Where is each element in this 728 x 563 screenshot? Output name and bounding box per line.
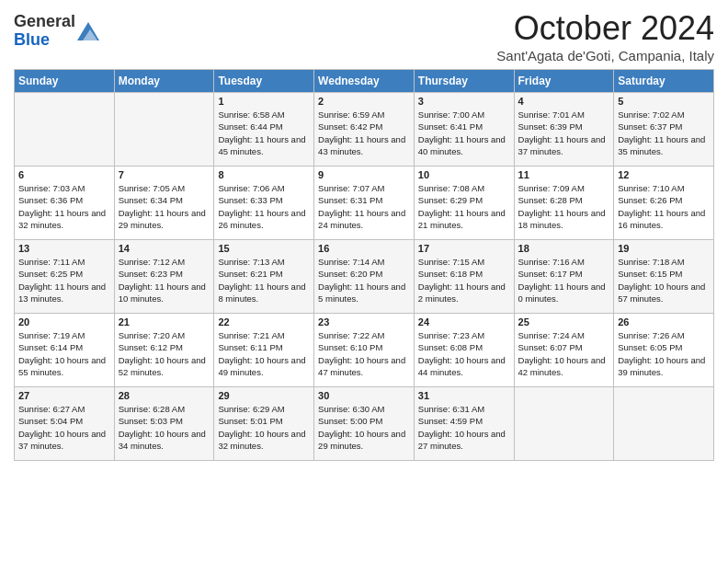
day-number: 4 [518,96,610,107]
weekday-header-row: SundayMondayTuesdayWednesdayThursdayFrid… [15,70,714,93]
calendar-cell: 6Sunrise: 7:03 AM Sunset: 6:36 PM Daylig… [15,167,115,240]
title-block: October 2024 Sant'Agata de'Goti, Campani… [496,9,714,63]
day-number: 2 [318,96,410,107]
calendar-cell: 8Sunrise: 7:06 AM Sunset: 6:33 PM Daylig… [214,167,314,240]
day-detail: Sunrise: 7:07 AM Sunset: 6:31 PM Dayligh… [318,182,410,231]
weekday-header-monday: Monday [114,70,214,93]
day-number: 19 [618,243,710,254]
day-detail: Sunrise: 7:16 AM Sunset: 6:17 PM Dayligh… [518,256,610,304]
calendar-cell: 7Sunrise: 7:05 AM Sunset: 6:34 PM Daylig… [114,167,214,240]
logo-text: General Blue [14,13,75,50]
day-detail: Sunrise: 7:22 AM Sunset: 6:10 PM Dayligh… [318,329,410,378]
day-number: 8 [218,169,310,180]
day-number: 3 [418,96,510,107]
calendar-cell: 30Sunrise: 6:30 AM Sunset: 5:00 PM Dayli… [314,387,415,461]
logo-general: General [14,12,75,30]
day-number: 27 [18,390,110,401]
day-detail: Sunrise: 6:27 AM Sunset: 5:04 PM Dayligh… [18,403,110,452]
calendar-cell: 1Sunrise: 6:58 AM Sunset: 6:44 PM Daylig… [214,93,314,167]
day-number: 21 [119,316,210,327]
calendar-week-row: 6Sunrise: 7:03 AM Sunset: 6:36 PM Daylig… [15,167,714,240]
day-detail: Sunrise: 7:23 AM Sunset: 6:08 PM Dayligh… [418,329,510,378]
header: General Blue October 2024 Sant'Agata de'… [14,9,714,63]
calendar-cell: 21Sunrise: 7:20 AM Sunset: 6:12 PM Dayli… [114,314,214,387]
weekday-header-thursday: Thursday [414,70,514,93]
day-number: 13 [18,243,110,254]
calendar-cell: 10Sunrise: 7:08 AM Sunset: 6:29 PM Dayli… [414,167,514,240]
day-detail: Sunrise: 7:20 AM Sunset: 6:12 PM Dayligh… [119,329,210,378]
day-detail: Sunrise: 7:13 AM Sunset: 6:21 PM Dayligh… [218,256,310,304]
calendar-cell [15,93,115,167]
day-detail: Sunrise: 7:05 AM Sunset: 6:34 PM Dayligh… [119,182,210,231]
day-detail: Sunrise: 7:00 AM Sunset: 6:41 PM Dayligh… [418,109,510,157]
calendar-cell: 22Sunrise: 7:21 AM Sunset: 6:11 PM Dayli… [214,314,314,387]
calendar-cell [614,387,714,461]
day-detail: Sunrise: 6:28 AM Sunset: 5:03 PM Dayligh… [119,403,210,452]
calendar-cell: 11Sunrise: 7:09 AM Sunset: 6:28 PM Dayli… [514,167,614,240]
day-detail: Sunrise: 7:09 AM Sunset: 6:28 PM Dayligh… [518,182,610,231]
day-number: 29 [218,390,310,401]
month-title: October 2024 [496,9,714,48]
logo: General Blue [14,13,99,50]
calendar-cell: 18Sunrise: 7:16 AM Sunset: 6:17 PM Dayli… [514,240,614,314]
calendar-cell: 29Sunrise: 6:29 AM Sunset: 5:01 PM Dayli… [214,387,314,461]
calendar-cell: 31Sunrise: 6:31 AM Sunset: 4:59 PM Dayli… [414,387,514,461]
calendar-cell: 23Sunrise: 7:22 AM Sunset: 6:10 PM Dayli… [314,314,415,387]
calendar-cell: 15Sunrise: 7:13 AM Sunset: 6:21 PM Dayli… [214,240,314,314]
day-number: 28 [119,390,210,401]
logo-icon [77,22,99,40]
day-detail: Sunrise: 7:26 AM Sunset: 6:05 PM Dayligh… [618,329,710,378]
day-detail: Sunrise: 6:59 AM Sunset: 6:42 PM Dayligh… [318,109,410,157]
calendar-cell: 20Sunrise: 7:19 AM Sunset: 6:14 PM Dayli… [15,314,115,387]
calendar-cell [114,93,214,167]
day-detail: Sunrise: 6:31 AM Sunset: 4:59 PM Dayligh… [418,403,510,452]
calendar-cell: 4Sunrise: 7:01 AM Sunset: 6:39 PM Daylig… [514,93,614,167]
day-number: 9 [318,169,410,180]
day-number: 15 [218,243,310,254]
day-number: 16 [318,243,410,254]
day-detail: Sunrise: 7:02 AM Sunset: 6:37 PM Dayligh… [618,109,710,157]
day-number: 20 [18,316,110,327]
day-number: 6 [18,169,110,180]
calendar-cell: 5Sunrise: 7:02 AM Sunset: 6:37 PM Daylig… [614,93,714,167]
day-detail: Sunrise: 7:01 AM Sunset: 6:39 PM Dayligh… [518,109,610,157]
weekday-header-tuesday: Tuesday [214,70,314,93]
location-subtitle: Sant'Agata de'Goti, Campania, Italy [496,48,714,63]
weekday-header-friday: Friday [514,70,614,93]
day-number: 14 [119,243,210,254]
calendar-week-row: 27Sunrise: 6:27 AM Sunset: 5:04 PM Dayli… [15,387,714,461]
day-detail: Sunrise: 7:21 AM Sunset: 6:11 PM Dayligh… [218,329,310,378]
day-detail: Sunrise: 7:18 AM Sunset: 6:15 PM Dayligh… [618,256,710,304]
calendar-page: General Blue October 2024 Sant'Agata de'… [0,0,728,563]
day-number: 11 [518,169,610,180]
calendar-table: SundayMondayTuesdayWednesdayThursdayFrid… [14,69,714,461]
calendar-cell: 14Sunrise: 7:12 AM Sunset: 6:23 PM Dayli… [114,240,214,314]
calendar-cell [514,387,614,461]
day-number: 22 [218,316,310,327]
day-number: 10 [418,169,510,180]
calendar-cell: 25Sunrise: 7:24 AM Sunset: 6:07 PM Dayli… [514,314,614,387]
day-number: 17 [418,243,510,254]
day-detail: Sunrise: 7:24 AM Sunset: 6:07 PM Dayligh… [518,329,610,378]
day-detail: Sunrise: 7:08 AM Sunset: 6:29 PM Dayligh… [418,182,510,231]
calendar-cell: 24Sunrise: 7:23 AM Sunset: 6:08 PM Dayli… [414,314,514,387]
day-number: 7 [119,169,210,180]
day-detail: Sunrise: 7:03 AM Sunset: 6:36 PM Dayligh… [18,182,110,231]
day-number: 24 [418,316,510,327]
weekday-header-wednesday: Wednesday [314,70,415,93]
calendar-cell: 3Sunrise: 7:00 AM Sunset: 6:41 PM Daylig… [414,93,514,167]
day-detail: Sunrise: 6:30 AM Sunset: 5:00 PM Dayligh… [318,403,410,452]
calendar-cell: 12Sunrise: 7:10 AM Sunset: 6:26 PM Dayli… [614,167,714,240]
calendar-cell: 16Sunrise: 7:14 AM Sunset: 6:20 PM Dayli… [314,240,415,314]
logo-blue: Blue [14,30,50,49]
day-number: 18 [518,243,610,254]
calendar-cell: 28Sunrise: 6:28 AM Sunset: 5:03 PM Dayli… [114,387,214,461]
day-detail: Sunrise: 7:15 AM Sunset: 6:18 PM Dayligh… [418,256,510,304]
calendar-cell: 27Sunrise: 6:27 AM Sunset: 5:04 PM Dayli… [15,387,115,461]
day-detail: Sunrise: 7:06 AM Sunset: 6:33 PM Dayligh… [218,182,310,231]
day-detail: Sunrise: 7:12 AM Sunset: 6:23 PM Dayligh… [119,256,210,304]
day-number: 1 [218,96,310,107]
day-detail: Sunrise: 7:14 AM Sunset: 6:20 PM Dayligh… [318,256,410,304]
calendar-cell: 19Sunrise: 7:18 AM Sunset: 6:15 PM Dayli… [614,240,714,314]
day-detail: Sunrise: 7:10 AM Sunset: 6:26 PM Dayligh… [618,182,710,231]
